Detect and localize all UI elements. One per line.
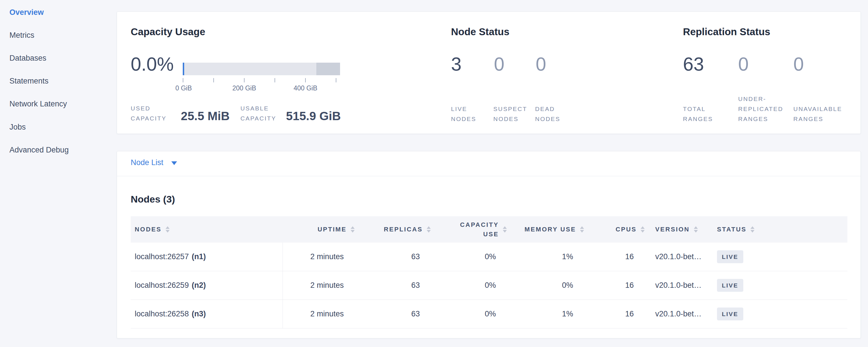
status-badge: LIVE <box>717 279 743 292</box>
node-list-dropdown[interactable]: Node List <box>131 158 177 167</box>
nodes-table: NODES UPTIME REPLICAS CAPACITY USE MEMOR… <box>131 216 847 328</box>
column-header-replicas[interactable]: REPLICAS <box>384 216 431 243</box>
unavailable-ranges-label: UNAVAILABLE RANGES <box>793 104 842 124</box>
axis-tick <box>213 78 214 83</box>
sort-icon <box>580 226 584 232</box>
label-line: TOTAL <box>683 104 713 114</box>
label-line: CAPACITY <box>460 221 499 228</box>
cpus-cell: 16 <box>625 243 634 271</box>
node-name: (n2) <box>192 281 206 290</box>
capacity-used-marker <box>183 63 184 75</box>
unavailable-ranges-count: 0 <box>793 55 804 73</box>
sort-icon <box>750 226 754 232</box>
sort-icon <box>165 226 169 232</box>
memory-use-cell: 0% <box>562 271 573 299</box>
node-list-dropdown-label: Node List <box>131 158 163 167</box>
sidebar-item-jobs[interactable]: Jobs <box>9 122 26 132</box>
suspect-nodes-label: SUSPECT NODES <box>493 104 527 124</box>
total-ranges-label: TOTAL RANGES <box>683 104 713 124</box>
sort-icon <box>503 226 507 232</box>
sidebar-item-overview[interactable]: Overview <box>9 7 44 17</box>
label-line: USE <box>483 230 499 238</box>
label-line: LIVE <box>451 104 476 114</box>
column-header-capacity-use[interactable]: CAPACITY USE <box>460 216 507 243</box>
axis-tick <box>244 78 245 83</box>
label-line: UNAVAILABLE <box>793 104 842 114</box>
axis-label-400: 400 GiB <box>293 84 317 92</box>
capacity-stats: USED CAPACITY 25.5 MiB USABLE CAPACITY 5… <box>131 103 341 123</box>
sidebar-item-advanced-debug[interactable]: Advanced Debug <box>9 145 69 155</box>
column-header-label: MEMORY USE <box>525 226 576 233</box>
axis-label-200: 200 GiB <box>232 84 256 92</box>
column-header-version[interactable]: VERSION <box>655 216 698 243</box>
capacity-usage-title: Capacity Usage <box>131 26 205 37</box>
version-cell: v20.1.0-bet… <box>655 243 702 271</box>
label-line: DEAD <box>535 104 560 114</box>
node-name: (n3) <box>192 310 206 318</box>
sidebar-item-metrics[interactable]: Metrics <box>9 30 34 40</box>
column-header-label: NODES <box>135 226 162 233</box>
live-nodes-label: LIVE NODES <box>451 104 476 124</box>
label-line: REPLICATED <box>738 104 783 114</box>
cpus-cell: 16 <box>625 300 634 328</box>
table-row[interactable]: localhost:26258 (n3) 2 minutes 63 0% 1% … <box>131 300 847 328</box>
used-capacity-label: USED CAPACITY <box>131 103 166 123</box>
sidebar-item-network-latency[interactable]: Network Latency <box>9 99 67 109</box>
nodes-table-body: localhost:26257 (n1) 2 minutes 63 0% 1% … <box>131 243 847 328</box>
column-header-label: CPUS <box>616 226 637 233</box>
node-list-header: Node List <box>117 151 861 176</box>
memory-use-cell: 1% <box>562 300 573 328</box>
label-line: NODES <box>493 114 527 124</box>
usable-capacity-value: 515.9 GiB <box>286 110 341 122</box>
label-line: RANGES <box>683 114 713 124</box>
axis-label-0: 0 GiB <box>175 84 192 92</box>
used-capacity-label-line2: CAPACITY <box>131 113 166 123</box>
chevron-down-icon <box>171 161 177 165</box>
used-capacity-value: 25.5 MiB <box>181 110 229 122</box>
sidebar-item-statements[interactable]: Statements <box>9 76 49 86</box>
status-cell: LIVE <box>717 243 743 271</box>
label-line: NODES <box>535 114 560 124</box>
label-line: SUSPECT <box>493 104 527 114</box>
capacity-use-cell: 0% <box>485 300 496 328</box>
live-nodes-count: 3 <box>451 55 462 73</box>
node-address: localhost:26257 <box>135 252 189 261</box>
under-replicated-ranges-count: 0 <box>738 55 749 73</box>
node-address: localhost:26258 <box>135 310 189 318</box>
capacity-use-cell: 0% <box>485 243 496 271</box>
column-header-nodes[interactable]: NODES <box>135 216 169 243</box>
table-row[interactable]: localhost:26259 (n2) 2 minutes 63 0% 0% … <box>131 271 847 300</box>
table-row[interactable]: localhost:26257 (n1) 2 minutes 63 0% 1% … <box>131 243 847 271</box>
status-badge: LIVE <box>717 308 743 320</box>
status-cell: LIVE <box>717 300 743 328</box>
version-cell: v20.1.0-bet… <box>655 300 702 328</box>
nodes-table-header: NODES UPTIME REPLICAS CAPACITY USE MEMOR… <box>131 216 847 243</box>
memory-use-cell: 1% <box>562 243 573 271</box>
axis-tick <box>305 78 306 83</box>
column-header-status[interactable]: STATUS <box>717 216 754 243</box>
dead-nodes-count: 0 <box>536 55 546 73</box>
used-capacity-label-line1: USED <box>131 103 166 113</box>
column-header-cpus[interactable]: CPUS <box>616 216 645 243</box>
node-address-cell[interactable]: localhost:26259 (n2) <box>135 271 206 299</box>
uptime-cell: 2 minutes <box>310 271 344 299</box>
sort-icon <box>694 226 698 232</box>
axis-tick <box>183 78 183 83</box>
column-header-uptime[interactable]: UPTIME <box>317 216 354 243</box>
column-header-label: UPTIME <box>317 226 347 233</box>
column-header-memory-use[interactable]: MEMORY USE <box>525 216 584 243</box>
label-line: UNDER- <box>738 94 783 104</box>
replicas-cell: 63 <box>411 271 420 299</box>
node-address-cell[interactable]: localhost:26257 (n1) <box>135 243 206 271</box>
suspect-nodes-count: 0 <box>494 55 504 73</box>
node-address-cell[interactable]: localhost:26258 (n3) <box>135 300 206 328</box>
column-header-label: VERSION <box>655 226 690 233</box>
capacity-usage-bar <box>183 63 340 75</box>
sort-icon <box>641 226 645 232</box>
node-name: (n1) <box>192 252 206 261</box>
column-header-label: REPLICAS <box>384 226 423 233</box>
usable-capacity-label-line1: USABLE <box>241 103 276 113</box>
uptime-cell: 2 minutes <box>310 243 344 271</box>
total-ranges-count: 63 <box>683 55 704 73</box>
sidebar-item-databases[interactable]: Databases <box>9 53 46 63</box>
